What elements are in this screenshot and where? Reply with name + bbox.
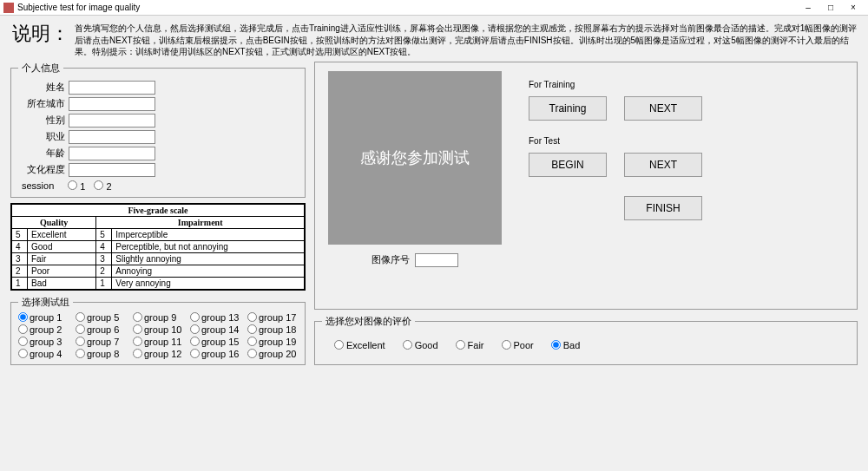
rating-option[interactable]: Good: [403, 340, 438, 350]
input-education[interactable]: [69, 163, 155, 177]
scale-num: 4: [12, 240, 28, 252]
session-label: session: [22, 180, 54, 191]
group-option[interactable]: group 4: [18, 349, 69, 359]
training-next-button[interactable]: NEXT: [624, 96, 702, 121]
scale-num: 3: [12, 252, 28, 265]
instructions-row: 说明： 首先填写您的个人信息，然后选择测试组，选择完成后，点击Training进…: [10, 21, 858, 58]
group-option[interactable]: group 10: [133, 324, 183, 335]
group-option[interactable]: group 9: [133, 312, 183, 323]
field-name: 姓名: [18, 81, 298, 95]
test-sublabel: For Test: [529, 136, 848, 146]
app-icon: [3, 3, 14, 13]
instructions-label: 说明：: [10, 21, 75, 47]
begin-button[interactable]: BEGIN: [529, 153, 607, 177]
rating-option[interactable]: Excellent: [334, 340, 385, 350]
group-option[interactable]: group 13: [190, 312, 240, 323]
scale-num: 2: [96, 265, 112, 277]
scale-quality: Bad: [28, 277, 96, 289]
maximize-button[interactable]: □: [819, 3, 842, 12]
scale-quality: Excellent: [28, 228, 96, 240]
scale-impair: Slightly annoying: [112, 252, 305, 265]
label-name: 姓名: [18, 81, 65, 94]
group-option[interactable]: group 20: [247, 349, 298, 359]
label-education: 文化程度: [18, 163, 65, 176]
image-placeholder: 感谢您参加测试: [328, 71, 502, 245]
personal-info-legend: 个人信息: [18, 62, 63, 75]
scale-box: Five-grade scale Quality Impairment 5Exc…: [10, 203, 306, 291]
close-button[interactable]: ×: [842, 3, 865, 12]
input-gender[interactable]: [69, 114, 155, 128]
field-occupation: 职业: [18, 130, 298, 144]
personal-info-fieldset: 个人信息 姓名 所在城市 性别 职业 年龄: [10, 62, 306, 198]
group-option[interactable]: group 16: [190, 349, 240, 359]
session-row: session 1 2: [18, 180, 298, 192]
scale-impair-header: Impairment: [96, 216, 305, 228]
group-option[interactable]: group 1: [18, 312, 69, 323]
scale-num: 2: [12, 265, 28, 277]
rating-option[interactable]: Fair: [456, 340, 484, 350]
group-option[interactable]: group 12: [133, 349, 183, 359]
content-area: 说明： 首先填写您的个人信息，然后选择测试组，选择完成后，点击Training进…: [0, 16, 868, 471]
scale-impair: Annoying: [112, 265, 305, 277]
group-option[interactable]: group 17: [247, 312, 298, 323]
groups-fieldset: 选择测试组 group 1group 5group 9group 13group…: [10, 296, 306, 365]
session-opt2[interactable]: 2: [94, 180, 111, 192]
training-button[interactable]: Training: [529, 96, 607, 121]
groups-legend: 选择测试组: [18, 296, 73, 309]
group-option[interactable]: group 11: [133, 337, 183, 347]
scale-num: 5: [12, 228, 28, 240]
scale-title: Five-grade scale: [12, 204, 305, 216]
scale-num: 1: [96, 277, 112, 289]
groups-grid: group 1group 5group 9group 13group 17gro…: [18, 312, 298, 359]
test-next-button[interactable]: NEXT: [624, 153, 702, 177]
rating-fieldset: 选择您对图像的评价 ExcellentGoodFairPoorBad: [314, 315, 858, 365]
scale-num: 4: [96, 240, 112, 252]
scale-quality: Poor: [28, 265, 96, 277]
rating-legend: 选择您对图像的评价: [322, 315, 415, 328]
group-option[interactable]: group 18: [247, 324, 298, 335]
scale-quality: Good: [28, 240, 96, 252]
label-gender: 性别: [18, 114, 65, 127]
scale-impair: Very annoying: [112, 277, 305, 289]
group-option[interactable]: group 8: [76, 349, 126, 359]
button-area: For Training Training NEXT For Test BEGI…: [520, 71, 848, 300]
group-option[interactable]: group 19: [247, 337, 298, 347]
input-occupation[interactable]: [69, 130, 155, 144]
input-age[interactable]: [69, 147, 155, 160]
scale-impair: Imperceptible: [112, 228, 305, 240]
input-name[interactable]: [69, 81, 155, 95]
image-seq-row: 图像序号: [372, 253, 458, 267]
rating-option[interactable]: Bad: [551, 340, 581, 350]
window-title: Subjective test for image quality: [17, 3, 140, 12]
scale-num: 3: [96, 252, 112, 265]
image-seq-label: 图像序号: [372, 253, 410, 266]
input-city[interactable]: [69, 97, 155, 111]
group-option[interactable]: group 15: [190, 337, 240, 347]
minimize-button[interactable]: –: [797, 3, 819, 12]
field-city: 所在城市: [18, 97, 298, 111]
label-age: 年龄: [18, 147, 65, 160]
label-occupation: 职业: [18, 130, 65, 143]
group-option[interactable]: group 6: [76, 324, 126, 335]
rating-option[interactable]: Poor: [502, 340, 534, 350]
scale-num: 1: [12, 277, 28, 289]
field-gender: 性别: [18, 114, 298, 128]
group-option[interactable]: group 2: [18, 324, 69, 335]
training-sublabel: For Training: [529, 80, 848, 89]
image-seq-input[interactable]: [415, 253, 458, 267]
image-text: 感谢您参加测试: [360, 147, 470, 168]
field-age: 年龄: [18, 147, 298, 160]
group-option[interactable]: group 5: [76, 312, 126, 323]
titlebar: Subjective test for image quality – □ ×: [0, 0, 868, 16]
finish-button[interactable]: FINISH: [624, 196, 702, 220]
scale-num: 5: [96, 228, 112, 240]
group-option[interactable]: group 7: [76, 337, 126, 347]
group-option[interactable]: group 3: [18, 337, 69, 347]
label-city: 所在城市: [18, 97, 65, 110]
scale-quality: Fair: [28, 252, 96, 265]
scale-impair: Perceptible, but not annoying: [112, 240, 305, 252]
scale-quality-header: Quality: [12, 216, 96, 228]
instructions-text: 首先填写您的个人信息，然后选择测试组，选择完成后，点击Training进入适应性…: [75, 21, 858, 58]
group-option[interactable]: group 14: [190, 324, 240, 335]
session-opt1[interactable]: 1: [68, 180, 85, 192]
